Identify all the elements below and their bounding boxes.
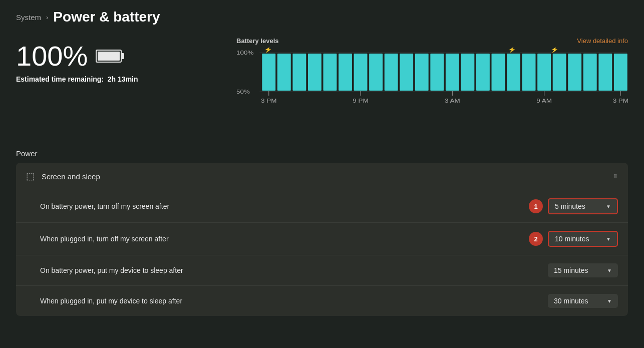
battery-info: 100% Estimated time remaining: 2h 13min xyxy=(16,37,226,83)
svg-rect-16 xyxy=(400,54,413,91)
power-section-label: Power xyxy=(16,149,628,158)
svg-text:⚡: ⚡ xyxy=(508,48,517,54)
svg-text:3 AM: 3 AM xyxy=(445,98,460,104)
top-content: 100% Estimated time remaining: 2h 13min … xyxy=(16,37,628,135)
svg-rect-8 xyxy=(277,54,291,91)
row-4-label: When plugged in, put my device to sleep … xyxy=(40,297,182,305)
svg-rect-22 xyxy=(492,54,505,91)
row-1-label: On battery power, turn off my screen aft… xyxy=(40,202,169,210)
settings-row-3: On battery power, put my device to sleep… xyxy=(16,255,628,286)
svg-text:9 AM: 9 AM xyxy=(536,98,552,104)
row-2-right: 2 10 minutes ▼ xyxy=(529,231,618,247)
svg-rect-30 xyxy=(614,54,627,91)
breadcrumb-system[interactable]: System xyxy=(16,13,41,22)
badge-2: 2 xyxy=(529,232,543,246)
view-detailed-link[interactable]: View detailed info xyxy=(577,37,628,45)
svg-rect-18 xyxy=(430,54,444,91)
battery-percentage-row: 100% xyxy=(16,42,226,70)
svg-rect-28 xyxy=(583,54,597,91)
svg-rect-12 xyxy=(339,54,352,91)
settings-row-4: When plugged in, put my device to sleep … xyxy=(16,286,628,316)
battery-fill xyxy=(98,52,120,61)
battery-sleep-value: 15 minutes xyxy=(554,266,588,274)
chart-header: Battery levels View detailed info xyxy=(236,37,628,45)
svg-rect-27 xyxy=(568,54,581,91)
chart-container: Battery levels View detailed info 100% 5… xyxy=(226,37,628,135)
estimated-value: 2h 13min xyxy=(108,75,138,83)
battery-chart-svg: 100% 50% ⚡ ⚡ ⚡ xyxy=(236,48,628,135)
svg-rect-25 xyxy=(537,54,551,91)
battery-body-icon xyxy=(96,50,122,63)
estimated-label: Estimated time remaining: xyxy=(16,75,104,83)
settings-row-2: When plugged in, turn off my screen afte… xyxy=(16,223,628,255)
page-container: System › Power & battery 100% Estimated … xyxy=(0,0,644,325)
svg-text:3 PM: 3 PM xyxy=(613,98,628,104)
dropdown-chevron-2: ▼ xyxy=(606,236,611,242)
svg-text:3 PM: 3 PM xyxy=(261,98,276,104)
dropdown-chevron-4: ▼ xyxy=(607,298,612,304)
svg-rect-26 xyxy=(553,54,566,91)
plugged-screen-value: 10 minutes xyxy=(555,235,589,243)
svg-rect-23 xyxy=(507,54,520,91)
svg-rect-21 xyxy=(476,54,490,91)
svg-text:100%: 100% xyxy=(236,50,253,56)
battery-screen-value: 5 minutes xyxy=(555,202,585,210)
svg-rect-14 xyxy=(369,54,383,91)
plugged-screen-dropdown[interactable]: 10 minutes ▼ xyxy=(548,231,618,247)
plugged-sleep-dropdown[interactable]: 30 minutes ▼ xyxy=(548,294,618,308)
svg-rect-15 xyxy=(385,54,398,91)
svg-rect-7 xyxy=(262,54,275,91)
svg-rect-9 xyxy=(292,54,306,91)
chart-wrapper: 100% 50% ⚡ ⚡ ⚡ xyxy=(236,48,628,135)
breadcrumb-arrow: › xyxy=(46,14,48,21)
row-2-label: When plugged in, turn off my screen afte… xyxy=(40,235,169,243)
svg-rect-19 xyxy=(446,54,459,91)
battery-icon xyxy=(96,50,122,63)
svg-text:9 PM: 9 PM xyxy=(353,98,368,104)
panel-header-left: ⬚ Screen and sleep xyxy=(26,171,100,182)
battery-screen-dropdown[interactable]: 5 minutes ▼ xyxy=(548,198,618,214)
row-1-right: 1 5 minutes ▼ xyxy=(529,198,618,214)
svg-rect-17 xyxy=(415,54,429,91)
battery-percentage: 100% xyxy=(16,42,88,70)
estimated-time: Estimated time remaining: 2h 13min xyxy=(16,75,226,83)
svg-rect-20 xyxy=(461,54,474,91)
svg-rect-11 xyxy=(324,54,337,91)
chart-title: Battery levels xyxy=(236,37,279,45)
chevron-up-icon: ⇧ xyxy=(613,173,618,180)
battery-sleep-dropdown[interactable]: 15 minutes ▼ xyxy=(548,263,618,277)
screen-sleep-header[interactable]: ⬚ Screen and sleep ⇧ xyxy=(16,163,628,190)
plugged-sleep-value: 30 minutes xyxy=(554,297,588,305)
dropdown-chevron-1: ▼ xyxy=(606,204,611,209)
dropdown-chevron-3: ▼ xyxy=(607,268,612,273)
svg-rect-10 xyxy=(308,54,321,91)
svg-rect-29 xyxy=(598,54,612,91)
settings-row-1: On battery power, turn off my screen aft… xyxy=(16,190,628,223)
breadcrumb: System › Power & battery xyxy=(16,9,628,25)
badge-1: 1 xyxy=(529,199,543,213)
panel-label: Screen and sleep xyxy=(42,172,100,181)
row-4-right: 30 minutes ▼ xyxy=(548,294,618,308)
page-title: Power & battery xyxy=(53,9,160,25)
settings-panel: ⬚ Screen and sleep ⇧ On battery power, t… xyxy=(16,163,628,316)
row-3-right: 15 minutes ▼ xyxy=(548,263,618,277)
svg-rect-24 xyxy=(522,54,536,91)
row-3-label: On battery power, put my device to sleep… xyxy=(40,266,183,274)
svg-rect-13 xyxy=(354,54,368,91)
svg-text:50%: 50% xyxy=(236,89,250,95)
svg-text:⚡: ⚡ xyxy=(264,48,273,54)
svg-text:⚡: ⚡ xyxy=(550,48,559,54)
monitor-icon: ⬚ xyxy=(26,171,35,182)
